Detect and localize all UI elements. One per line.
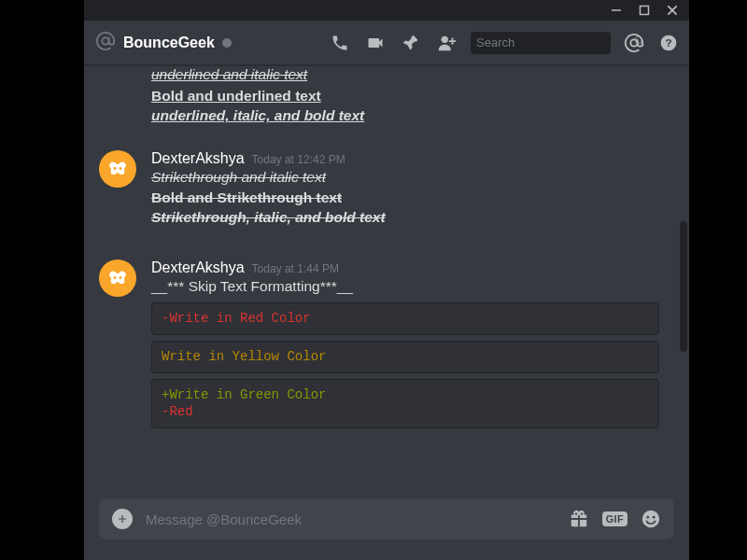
message-text: Bold and Strikethrough text xyxy=(151,188,674,208)
window-maximize-button[interactable] xyxy=(631,0,657,21)
svg-point-4 xyxy=(102,37,108,44)
message-content: underlined and italic text Bold and unde… xyxy=(84,65,689,126)
message-text: Strikethrough, italic, and bold text xyxy=(151,207,674,228)
code-line: +Write in Green Color xyxy=(162,387,326,402)
message-text: underlined, italic, and bold text xyxy=(151,105,674,126)
help-button[interactable]: ? xyxy=(659,34,678,52)
message-input[interactable] xyxy=(146,511,556,527)
status-offline-icon xyxy=(222,38,232,48)
code-block: Write in Yellow Color xyxy=(151,341,659,373)
gif-label: GIF xyxy=(602,511,627,526)
message-group: DexterAkshya Today at 12:42 PM Strikethr… xyxy=(84,143,689,230)
svg-point-8 xyxy=(630,39,637,46)
message-composer: GIF xyxy=(99,498,674,539)
message-group: DexterAkshya Today at 1:44 PM __*** Skip… xyxy=(84,252,689,436)
inbox-button[interactable] xyxy=(624,33,644,53)
gif-button[interactable]: GIF xyxy=(602,511,627,526)
start-video-call-button[interactable] xyxy=(366,34,385,52)
at-icon xyxy=(95,31,116,55)
pinned-messages-button[interactable] xyxy=(402,34,420,52)
emoji-button[interactable] xyxy=(641,509,661,529)
message-text: Bold and underlined text xyxy=(151,86,674,106)
message-timestamp: Today at 1:44 PM xyxy=(252,262,339,275)
user-avatar[interactable] xyxy=(99,259,136,297)
message-text: __*** Skip Text Formatting***__ xyxy=(151,276,674,297)
search-box[interactable] xyxy=(471,32,611,54)
code-line: -Write in Red Color xyxy=(162,311,311,326)
scrollbar-thumb[interactable] xyxy=(680,221,687,352)
add-friends-button[interactable] xyxy=(437,33,458,53)
svg-point-5 xyxy=(442,35,448,42)
message-username[interactable]: DexterAkshya xyxy=(151,150,245,167)
svg-point-12 xyxy=(646,516,649,519)
code-line: -Red xyxy=(162,404,193,419)
gift-button[interactable] xyxy=(569,509,589,529)
code-block: -Write in Red Color xyxy=(151,302,659,335)
channel-header: BounceGeek xyxy=(84,21,689,65)
svg-rect-1 xyxy=(641,7,649,15)
attach-button[interactable] xyxy=(112,509,133,529)
message-list: underlined and italic text Bold and unde… xyxy=(84,65,689,498)
message-text: underlined and italic text xyxy=(151,65,674,85)
start-voice-call-button[interactable] xyxy=(331,34,349,52)
header-toolbar xyxy=(331,33,458,53)
search-input[interactable] xyxy=(476,35,633,49)
window-titlebar xyxy=(84,0,689,21)
message-timestamp: Today at 12:42 PM xyxy=(252,153,345,166)
scrollbar[interactable] xyxy=(680,65,687,498)
svg-text:?: ? xyxy=(665,36,671,49)
window-minimize-button[interactable] xyxy=(603,0,629,21)
message-username[interactable]: DexterAkshya xyxy=(151,259,245,276)
channel-name: BounceGeek xyxy=(123,35,215,51)
code-block: +Write in Green Color -Red xyxy=(151,379,659,429)
window-close-button[interactable] xyxy=(659,0,685,21)
code-line: Write in Yellow Color xyxy=(162,349,326,364)
message-text: Strikethrough and italic text xyxy=(151,167,674,188)
svg-point-11 xyxy=(642,511,659,527)
svg-point-13 xyxy=(653,516,655,519)
user-avatar[interactable] xyxy=(99,150,136,188)
